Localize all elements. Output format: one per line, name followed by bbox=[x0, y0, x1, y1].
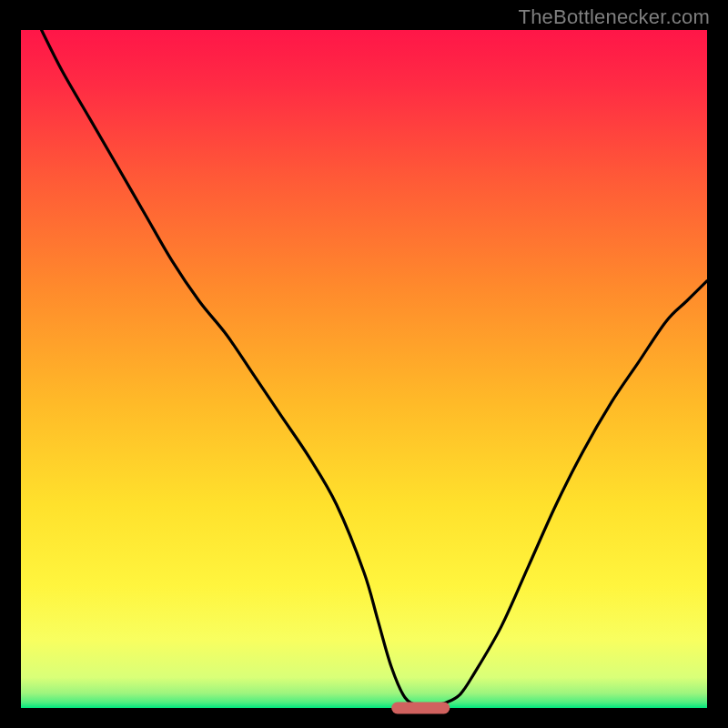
plot-area bbox=[21, 30, 707, 708]
bottleneck-chart bbox=[0, 0, 728, 728]
attribution-label: TheBottlenecker.com bbox=[519, 5, 710, 29]
optimal-marker bbox=[391, 703, 450, 714]
